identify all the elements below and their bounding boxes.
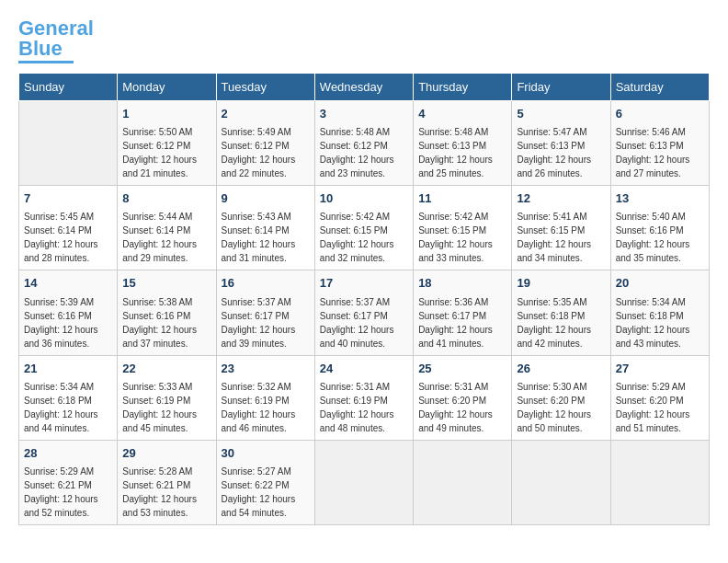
day-info: Sunrise: 5:50 AMSunset: 6:12 PMDaylight:… — [122, 125, 210, 180]
day-info: Sunrise: 5:41 AMSunset: 6:15 PMDaylight:… — [517, 210, 605, 265]
calendar-cell: 12Sunrise: 5:41 AMSunset: 6:15 PMDayligh… — [512, 186, 610, 270]
day-number: 8 — [122, 190, 210, 207]
day-number: 30 — [222, 445, 310, 462]
calendar-week-5: 28Sunrise: 5:29 AMSunset: 6:21 PMDayligh… — [19, 440, 710, 524]
calendar-cell: 24Sunrise: 5:31 AMSunset: 6:19 PMDayligh… — [314, 355, 413, 440]
day-header-thursday: Thursday — [414, 74, 512, 101]
day-number: 5 — [517, 106, 605, 122]
day-info: Sunrise: 5:48 AMSunset: 6:13 PMDaylight:… — [418, 125, 506, 180]
day-info: Sunrise: 5:30 AMSunset: 6:20 PMDaylight:… — [517, 380, 605, 435]
calendar-cell: 17Sunrise: 5:37 AMSunset: 6:17 PMDayligh… — [314, 270, 413, 355]
day-info: Sunrise: 5:36 AMSunset: 6:17 PMDaylight:… — [418, 295, 506, 350]
logo-underline — [18, 61, 74, 63]
day-info: Sunrise: 5:42 AMSunset: 6:15 PMDaylight:… — [320, 210, 408, 265]
day-info: Sunrise: 5:47 AMSunset: 6:13 PMDaylight:… — [517, 125, 605, 180]
day-number: 16 — [222, 275, 310, 292]
day-number: 18 — [418, 275, 506, 292]
calendar-cell: 1Sunrise: 5:50 AMSunset: 6:12 PMDaylight… — [118, 101, 216, 186]
day-info: Sunrise: 5:43 AMSunset: 6:14 PMDaylight:… — [222, 210, 310, 265]
calendar-cell: 6Sunrise: 5:46 AMSunset: 6:13 PMDaylight… — [610, 101, 709, 186]
day-info: Sunrise: 5:31 AMSunset: 6:19 PMDaylight:… — [320, 380, 408, 435]
calendar-cell: 16Sunrise: 5:37 AMSunset: 6:17 PMDayligh… — [216, 270, 314, 355]
day-header-sunday: Sunday — [19, 74, 118, 101]
calendar-cell — [314, 440, 413, 524]
day-info: Sunrise: 5:37 AMSunset: 6:17 PMDaylight:… — [320, 295, 408, 350]
calendar-cell: 27Sunrise: 5:29 AMSunset: 6:20 PMDayligh… — [610, 355, 709, 440]
day-header-friday: Friday — [512, 74, 610, 101]
calendar-cell: 21Sunrise: 5:34 AMSunset: 6:18 PMDayligh… — [19, 355, 118, 440]
calendar-cell: 26Sunrise: 5:30 AMSunset: 6:20 PMDayligh… — [512, 355, 610, 440]
day-number: 27 — [616, 361, 704, 377]
day-number: 14 — [24, 275, 112, 292]
day-number: 9 — [222, 190, 310, 207]
logo-blue: Blue — [18, 37, 63, 60]
calendar-cell: 14Sunrise: 5:39 AMSunset: 6:16 PMDayligh… — [19, 270, 118, 355]
day-number: 4 — [418, 106, 506, 122]
calendar-cell: 20Sunrise: 5:34 AMSunset: 6:18 PMDayligh… — [610, 270, 709, 355]
calendar-cell: 13Sunrise: 5:40 AMSunset: 6:16 PMDayligh… — [610, 186, 709, 270]
day-info: Sunrise: 5:27 AMSunset: 6:22 PMDaylight:… — [222, 465, 310, 520]
calendar-table: SundayMondayTuesdayWednesdayThursdayFrid… — [18, 73, 710, 525]
day-info: Sunrise: 5:38 AMSunset: 6:16 PMDaylight:… — [122, 295, 210, 350]
day-number: 22 — [122, 361, 210, 377]
calendar-cell: 2Sunrise: 5:49 AMSunset: 6:12 PMDaylight… — [216, 101, 314, 186]
calendar-week-4: 21Sunrise: 5:34 AMSunset: 6:18 PMDayligh… — [19, 355, 710, 440]
calendar-cell: 11Sunrise: 5:42 AMSunset: 6:15 PMDayligh… — [414, 186, 512, 270]
day-info: Sunrise: 5:44 AMSunset: 6:14 PMDaylight:… — [122, 210, 210, 265]
calendar-cell — [414, 440, 512, 524]
calendar-cell: 10Sunrise: 5:42 AMSunset: 6:15 PMDayligh… — [314, 186, 413, 270]
logo: General Blue — [18, 18, 94, 63]
day-number: 25 — [418, 361, 506, 377]
calendar-cell: 4Sunrise: 5:48 AMSunset: 6:13 PMDaylight… — [414, 101, 512, 186]
header-row: SundayMondayTuesdayWednesdayThursdayFrid… — [19, 74, 710, 101]
calendar-cell: 3Sunrise: 5:48 AMSunset: 6:12 PMDaylight… — [314, 101, 413, 186]
day-number: 21 — [24, 361, 112, 377]
calendar-cell — [512, 440, 610, 524]
day-info: Sunrise: 5:31 AMSunset: 6:20 PMDaylight:… — [418, 380, 506, 435]
calendar-cell: 25Sunrise: 5:31 AMSunset: 6:20 PMDayligh… — [414, 355, 512, 440]
calendar-week-3: 14Sunrise: 5:39 AMSunset: 6:16 PMDayligh… — [19, 270, 710, 355]
calendar-cell: 18Sunrise: 5:36 AMSunset: 6:17 PMDayligh… — [414, 270, 512, 355]
day-info: Sunrise: 5:42 AMSunset: 6:15 PMDaylight:… — [418, 210, 506, 265]
day-number: 7 — [24, 190, 112, 207]
day-info: Sunrise: 5:29 AMSunset: 6:21 PMDaylight:… — [24, 465, 112, 520]
day-number: 26 — [517, 361, 605, 377]
day-info: Sunrise: 5:46 AMSunset: 6:13 PMDaylight:… — [616, 125, 704, 180]
day-number: 13 — [616, 190, 704, 207]
day-header-monday: Monday — [118, 74, 216, 101]
calendar-cell: 23Sunrise: 5:32 AMSunset: 6:19 PMDayligh… — [216, 355, 314, 440]
calendar-week-2: 7Sunrise: 5:45 AMSunset: 6:14 PMDaylight… — [19, 186, 710, 270]
day-number: 12 — [517, 190, 605, 207]
day-info: Sunrise: 5:34 AMSunset: 6:18 PMDaylight:… — [616, 295, 704, 350]
day-info: Sunrise: 5:35 AMSunset: 6:18 PMDaylight:… — [517, 295, 605, 350]
calendar-cell: 29Sunrise: 5:28 AMSunset: 6:21 PMDayligh… — [118, 440, 216, 524]
calendar-cell: 30Sunrise: 5:27 AMSunset: 6:22 PMDayligh… — [216, 440, 314, 524]
day-number: 23 — [222, 361, 310, 377]
logo-text: General Blue — [18, 18, 94, 59]
calendar-cell: 15Sunrise: 5:38 AMSunset: 6:16 PMDayligh… — [118, 270, 216, 355]
calendar-cell: 22Sunrise: 5:33 AMSunset: 6:19 PMDayligh… — [118, 355, 216, 440]
day-info: Sunrise: 5:34 AMSunset: 6:18 PMDaylight:… — [24, 380, 112, 435]
calendar-cell: 28Sunrise: 5:29 AMSunset: 6:21 PMDayligh… — [19, 440, 118, 524]
day-number: 29 — [122, 445, 210, 462]
day-header-wednesday: Wednesday — [314, 74, 413, 101]
calendar-week-1: 1Sunrise: 5:50 AMSunset: 6:12 PMDaylight… — [19, 101, 710, 186]
day-info: Sunrise: 5:33 AMSunset: 6:19 PMDaylight:… — [122, 380, 210, 435]
day-number: 17 — [320, 275, 408, 292]
day-info: Sunrise: 5:49 AMSunset: 6:12 PMDaylight:… — [222, 125, 310, 180]
day-number: 6 — [616, 106, 704, 122]
calendar-cell — [610, 440, 709, 524]
day-info: Sunrise: 5:40 AMSunset: 6:16 PMDaylight:… — [616, 210, 704, 265]
calendar-cell: 9Sunrise: 5:43 AMSunset: 6:14 PMDaylight… — [216, 186, 314, 270]
day-info: Sunrise: 5:48 AMSunset: 6:12 PMDaylight:… — [320, 125, 408, 180]
day-number: 24 — [320, 361, 408, 377]
day-number: 3 — [320, 106, 408, 122]
day-info: Sunrise: 5:29 AMSunset: 6:20 PMDaylight:… — [616, 380, 704, 435]
day-number: 28 — [24, 445, 112, 462]
day-number: 15 — [122, 275, 210, 292]
calendar-cell: 19Sunrise: 5:35 AMSunset: 6:18 PMDayligh… — [512, 270, 610, 355]
day-info: Sunrise: 5:28 AMSunset: 6:21 PMDaylight:… — [122, 465, 210, 520]
day-number: 2 — [222, 106, 310, 122]
day-number: 19 — [517, 275, 605, 292]
header: General Blue — [18, 18, 710, 63]
